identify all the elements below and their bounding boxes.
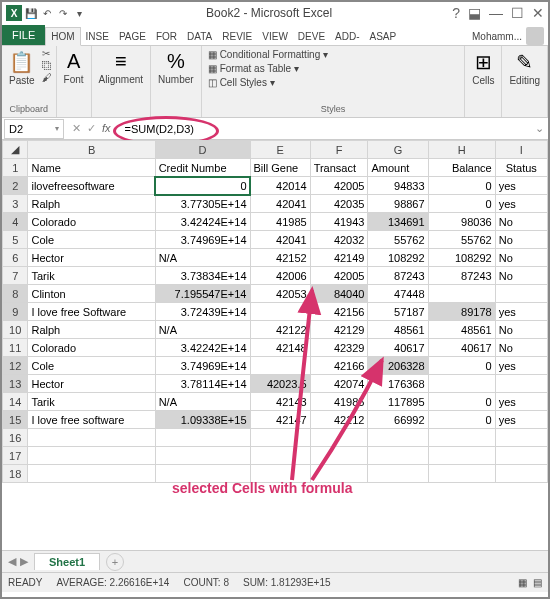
sheet-nav[interactable]: ◀▶ <box>2 555 34 568</box>
qat-dropdown-icon[interactable]: ▾ <box>72 6 86 20</box>
cell[interactable]: Cole <box>28 231 155 249</box>
col-header-D[interactable]: D <box>155 141 250 159</box>
cell[interactable] <box>428 429 495 447</box>
prev-sheet-icon[interactable]: ◀ <box>8 555 16 568</box>
cell[interactable]: 48561 <box>428 321 495 339</box>
cell[interactable]: 41943 <box>310 213 368 231</box>
format-as-table-button[interactable]: ▦Format as Table▾ <box>206 62 461 75</box>
tab-developer[interactable]: DEVE <box>293 28 330 45</box>
cell[interactable]: Ralph <box>28 321 155 339</box>
cell[interactable]: No <box>495 321 547 339</box>
cell[interactable]: 0 <box>428 357 495 375</box>
cell[interactable]: 42006 <box>250 267 310 285</box>
cell[interactable]: 42122 <box>250 321 310 339</box>
tab-addins[interactable]: ADD- <box>330 28 364 45</box>
cell[interactable] <box>310 447 368 465</box>
cell[interactable]: Hector <box>28 249 155 267</box>
new-sheet-button[interactable]: + <box>106 553 124 571</box>
cell[interactable]: yes <box>495 411 547 429</box>
cell[interactable]: Colorado <box>28 213 155 231</box>
cell[interactable]: 0 <box>155 177 250 195</box>
tab-review[interactable]: REVIE <box>217 28 257 45</box>
cell[interactable] <box>368 465 428 483</box>
paste-button[interactable]: 📋 Paste <box>6 48 38 88</box>
cell[interactable]: 0 <box>428 177 495 195</box>
editing-button[interactable]: ✎Editing <box>506 48 543 88</box>
cell[interactable] <box>28 429 155 447</box>
cell[interactable]: 3.77305E+14 <box>155 195 250 213</box>
row-header[interactable]: 5 <box>3 231 28 249</box>
cell[interactable] <box>250 447 310 465</box>
cell[interactable] <box>250 303 310 321</box>
row-header[interactable]: 14 <box>3 393 28 411</box>
cell[interactable]: 98867 <box>368 195 428 213</box>
tab-asap[interactable]: ASAP <box>365 28 402 45</box>
cell[interactable]: 176368 <box>368 375 428 393</box>
cell[interactable]: N/A <box>155 321 250 339</box>
cell[interactable]: 117895 <box>368 393 428 411</box>
cell[interactable]: Name <box>28 159 155 177</box>
cell[interactable]: 42329 <box>310 339 368 357</box>
cell[interactable]: Hector <box>28 375 155 393</box>
save-icon[interactable]: 💾 <box>24 6 38 20</box>
cell[interactable]: 47448 <box>368 285 428 303</box>
cell[interactable]: yes <box>495 357 547 375</box>
row-header[interactable]: 8 <box>3 285 28 303</box>
cell[interactable] <box>495 465 547 483</box>
col-header-H[interactable]: H <box>428 141 495 159</box>
cell[interactable]: 42147 <box>250 411 310 429</box>
cell[interactable]: 3.42424E+14 <box>155 213 250 231</box>
row-header[interactable]: 3 <box>3 195 28 213</box>
row-header[interactable]: 16 <box>3 429 28 447</box>
cell[interactable]: 3.73834E+14 <box>155 267 250 285</box>
cell[interactable]: Cole <box>28 357 155 375</box>
cell[interactable]: No <box>495 339 547 357</box>
alignment-button[interactable]: ≡Alignment <box>96 48 146 87</box>
sheet-tab[interactable]: Sheet1 <box>34 553 100 570</box>
row-header[interactable]: 10 <box>3 321 28 339</box>
number-button[interactable]: %Number <box>155 48 197 87</box>
cell[interactable]: 0 <box>428 393 495 411</box>
cell[interactable] <box>250 357 310 375</box>
cell[interactable]: I love free Software <box>28 303 155 321</box>
cell[interactable]: 42005 <box>310 177 368 195</box>
col-header-G[interactable]: G <box>368 141 428 159</box>
cell[interactable]: 42053 <box>250 285 310 303</box>
cell[interactable] <box>428 285 495 303</box>
cell[interactable]: 42035 <box>310 195 368 213</box>
minimize-icon[interactable]: — <box>489 5 503 21</box>
cell[interactable]: ilovefreesoftware <box>28 177 155 195</box>
cell[interactable] <box>250 465 310 483</box>
cell[interactable] <box>495 429 547 447</box>
cell[interactable]: 3.72439E+14 <box>155 303 250 321</box>
row-header[interactable]: 13 <box>3 375 28 393</box>
row-header[interactable]: 12 <box>3 357 28 375</box>
cell[interactable] <box>310 465 368 483</box>
cell[interactable] <box>368 447 428 465</box>
cell[interactable]: 206328 <box>368 357 428 375</box>
copy-icon[interactable]: ⿻ <box>42 60 52 71</box>
cell[interactable]: 94833 <box>368 177 428 195</box>
cell[interactable]: Transact <box>310 159 368 177</box>
cell[interactable] <box>428 375 495 393</box>
cell[interactable]: 108292 <box>368 249 428 267</box>
redo-icon[interactable]: ↷ <box>56 6 70 20</box>
row-header[interactable]: 1 <box>3 159 28 177</box>
cell[interactable] <box>495 285 547 303</box>
cell[interactable]: No <box>495 213 547 231</box>
tab-insert[interactable]: INSE <box>81 28 114 45</box>
cell[interactable]: 108292 <box>428 249 495 267</box>
next-sheet-icon[interactable]: ▶ <box>20 555 28 568</box>
spreadsheet-grid[interactable]: ◢ B D E F G H I 1 Name Credit Numbe Bill… <box>2 140 548 550</box>
cell[interactable]: 48561 <box>368 321 428 339</box>
col-header-E[interactable]: E <box>250 141 310 159</box>
cell-styles-button[interactable]: ◫Cell Styles▾ <box>206 76 461 89</box>
fx-icon[interactable]: fx <box>102 122 115 135</box>
cell[interactable] <box>310 429 368 447</box>
cell[interactable]: 42129 <box>310 321 368 339</box>
cell[interactable] <box>28 465 155 483</box>
row-header[interactable]: 4 <box>3 213 28 231</box>
cell[interactable]: Credit Numbe <box>155 159 250 177</box>
close-icon[interactable]: ✕ <box>532 5 544 21</box>
cell[interactable]: 42112 <box>310 411 368 429</box>
